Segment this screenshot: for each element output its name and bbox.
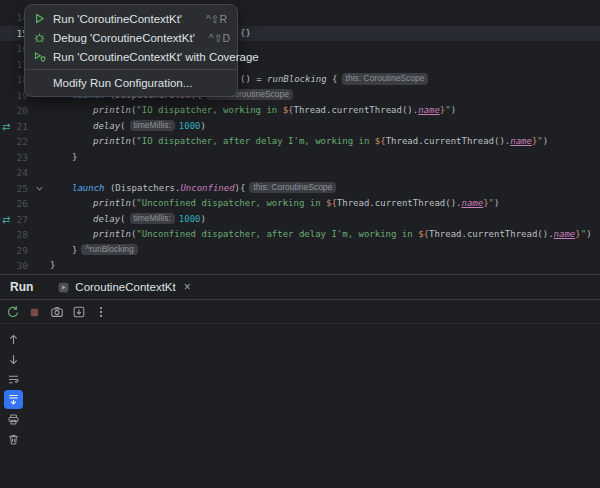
code-text: {} xyxy=(240,26,251,42)
menu-item-shortcut: ^⇧D xyxy=(209,32,230,44)
code-segment: println xyxy=(93,136,131,146)
line-number: 20 xyxy=(0,103,28,119)
code-segment: name xyxy=(510,136,532,146)
code-segment: ( xyxy=(105,183,116,193)
more-button[interactable] xyxy=(91,303,110,322)
code-text: () = runBlocking {this: CoroutineScope xyxy=(240,72,432,88)
print-button[interactable] xyxy=(4,410,23,429)
code-segment: println xyxy=(93,198,131,208)
editor-line[interactable]: 20println("IO dispatcher, working in ${T… xyxy=(0,103,600,119)
menu-item-label: Run 'CoroutineContextKt' xyxy=(53,13,192,25)
editor-line[interactable]: 30} xyxy=(0,258,600,274)
rerun-button[interactable] xyxy=(3,303,22,322)
code-segment: println xyxy=(93,105,131,115)
editor-line[interactable]: 28println("Unconfined dispatcher, after … xyxy=(0,227,600,243)
code-segment: ) xyxy=(586,229,591,239)
menu-item-label: Modify Run Configuration... xyxy=(53,77,213,89)
run-panel-title: Run xyxy=(10,280,33,294)
line-number: 26 xyxy=(0,196,28,212)
arrow-down-button[interactable] xyxy=(4,350,23,369)
code-segment: name xyxy=(554,229,576,239)
code-segment: ) xyxy=(494,198,499,208)
code-segment: { xyxy=(327,74,338,84)
code-segment: "IO dispatcher, after delay I'm, working… xyxy=(136,136,374,146)
line-number: 30 xyxy=(0,258,28,274)
code-text: launch (Dispatchers.Unconfined){this: Co… xyxy=(72,181,340,197)
code-text: delay(timeMillis:1000) xyxy=(93,119,206,135)
soft-wrap-button[interactable] xyxy=(4,370,23,389)
editor-line[interactable]: 26println("Unconfined dispatcher, workin… xyxy=(0,196,600,212)
code-segment: {} xyxy=(240,28,251,38)
run-panel-header: Run CoroutineContextKt × xyxy=(0,274,600,300)
menu-item[interactable]: Modify Run Configuration... xyxy=(25,73,237,92)
import-button[interactable] xyxy=(69,303,88,322)
inlay-hint: timeMillis: xyxy=(130,120,175,132)
menu-item-label: Debug 'CoroutineContextKt' xyxy=(53,32,195,44)
code-segment: Thread.currentThread(). xyxy=(429,229,554,239)
code-segment: Thread.currentThread(). xyxy=(386,136,511,146)
code-segment: launch xyxy=(72,183,105,193)
code-segment: "IO dispatcher, working in xyxy=(136,105,282,115)
scroll-to-end-button[interactable] xyxy=(4,390,23,409)
debug-icon xyxy=(32,30,47,45)
code-segment: runBlocking xyxy=(267,74,327,84)
line-number: 24 xyxy=(0,165,28,181)
menu-item[interactable]: Debug 'CoroutineContextKt'^⇧D xyxy=(25,28,237,47)
code-segment: delay xyxy=(93,214,120,224)
inlay-hint: this: CoroutineScope xyxy=(342,73,429,85)
code-text: } xyxy=(72,150,77,166)
menu-item-label: Run 'CoroutineContextKt' with Coverage xyxy=(53,51,259,63)
editor-line[interactable]: 21⇄delay(timeMillis:1000) xyxy=(0,119,600,135)
code-segment: } xyxy=(72,152,77,162)
code-segment: Dispatchers. xyxy=(115,183,180,193)
menu-item[interactable]: Run 'CoroutineContextKt'^⇧R xyxy=(25,9,237,28)
inlay-hint: this: CoroutineScope xyxy=(249,182,336,194)
line-number: 29 xyxy=(0,243,28,259)
line-number: 22 xyxy=(0,134,28,150)
camera-button[interactable] xyxy=(47,303,66,322)
code-segment: ) xyxy=(543,136,548,146)
fold-icon[interactable] xyxy=(35,184,44,193)
stop-button[interactable] xyxy=(25,303,44,322)
run-tab[interactable]: CoroutineContextKt × xyxy=(51,275,196,299)
close-icon[interactable]: × xyxy=(184,280,191,294)
code-text: delay(timeMillis:1000) xyxy=(93,212,206,228)
code-segment: ${ xyxy=(418,229,429,239)
context-menu: Run 'CoroutineContextKt'^⇧RDebug 'Corout… xyxy=(24,4,238,97)
code-segment: ) xyxy=(201,121,206,131)
code-segment: 1000 xyxy=(179,121,201,131)
code-segment: ${ xyxy=(326,198,337,208)
run-toolbar xyxy=(0,301,600,324)
clear-button[interactable] xyxy=(4,430,23,449)
inlay-hint: timeMillis: xyxy=(130,213,175,225)
code-segment: ${ xyxy=(283,105,294,115)
run-config-icon xyxy=(57,281,70,294)
code-segment: "Unconfined dispatcher, working in xyxy=(136,198,326,208)
suspend-point-icon[interactable]: ⇄ xyxy=(2,212,10,228)
editor-line[interactable]: 22println("IO dispatcher, after delay I'… xyxy=(0,134,600,150)
code-text: println("Unconfined dispatcher, after de… xyxy=(93,227,592,243)
code-segment: ( xyxy=(120,121,125,131)
code-segment: ) xyxy=(201,214,206,224)
menu-separator xyxy=(25,69,237,70)
code-text: } xyxy=(50,258,55,274)
suspend-point-icon[interactable]: ⇄ xyxy=(2,119,10,135)
arrow-up-button[interactable] xyxy=(4,330,23,349)
code-segment: ( xyxy=(120,214,125,224)
console-output[interactable] xyxy=(24,325,600,488)
editor-line[interactable]: 29}^runBlocking xyxy=(0,243,600,259)
code-text: println("IO dispatcher, after delay I'm,… xyxy=(93,134,548,150)
editor-line[interactable]: 24 xyxy=(0,165,600,181)
menu-item-icon-empty xyxy=(32,75,47,90)
editor-line[interactable]: 27⇄delay(timeMillis:1000) xyxy=(0,212,600,228)
editor-line[interactable]: 25launch (Dispatchers.Unconfined){this: … xyxy=(0,181,600,197)
code-segment: name xyxy=(461,198,483,208)
line-number: 25 xyxy=(0,181,28,197)
run-icon xyxy=(32,11,47,26)
code-segment: println xyxy=(93,229,131,239)
line-number: 23 xyxy=(0,150,28,166)
run-tab-label: CoroutineContextKt xyxy=(75,281,175,293)
editor-line[interactable]: 23} xyxy=(0,150,600,166)
console-side-toolbar xyxy=(2,330,24,449)
menu-item[interactable]: Run 'CoroutineContextKt' with Coverage xyxy=(25,47,237,66)
